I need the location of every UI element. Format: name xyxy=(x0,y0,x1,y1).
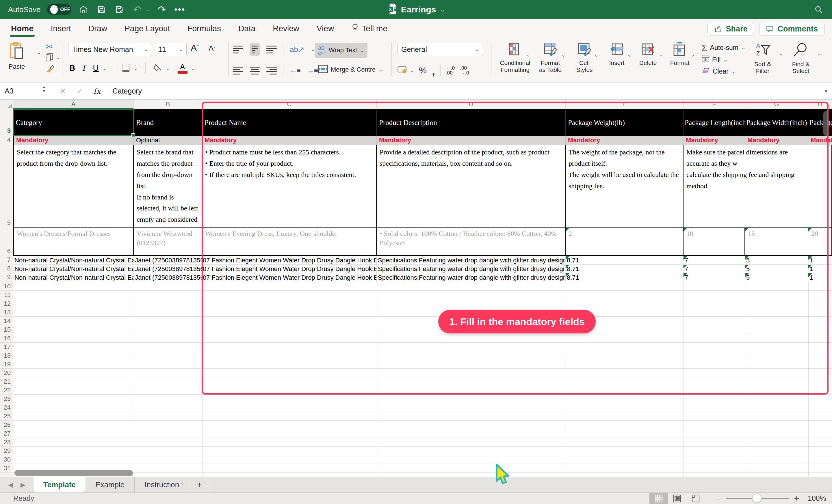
cell-e4[interactable]: Mandatory xyxy=(566,136,683,145)
row-header-22[interactable]: 22 xyxy=(0,386,13,395)
cell-d9[interactable]: Specifications:Featuring water drop dang… xyxy=(377,273,566,282)
comma-icon[interactable]: , xyxy=(432,67,435,74)
cell-f3[interactable]: Package Length(inch) xyxy=(683,109,745,136)
page-break-view-icon[interactable] xyxy=(686,493,705,504)
cell-d3[interactable]: Product Description xyxy=(377,109,566,136)
align-top-icon[interactable] xyxy=(233,46,243,53)
accounting-format-icon[interactable] xyxy=(397,66,407,75)
cell-e6[interactable]: 2 xyxy=(566,228,683,256)
cell-g8[interactable]: 5 xyxy=(745,265,808,273)
autosum-button[interactable]: ΣAuto-sum⌄ xyxy=(702,43,745,53)
cell-a5[interactable]: Select the category that matches the pro… xyxy=(13,145,134,228)
decrease-decimal-icon[interactable]: .00→.0 xyxy=(460,65,469,75)
sheet-tab-template[interactable]: Template xyxy=(33,475,85,493)
cell-b8[interactable]: Janet (72500389781356 xyxy=(134,265,202,273)
cell-e5[interactable]: The weight of the package, not the produ… xyxy=(566,145,683,228)
cell-d8[interactable]: Specifications:Featuring water drop dang… xyxy=(377,265,566,273)
fill-color-icon[interactable] xyxy=(153,63,162,73)
document-title[interactable]: Earrings xyxy=(401,5,436,15)
cell-c7[interactable]: 07 Fashion Elegent Women Water Drop Drus… xyxy=(202,256,377,265)
zoom-in-button[interactable]: + xyxy=(794,494,799,503)
cell-c4[interactable]: Mandatory xyxy=(202,136,377,145)
cut-icon[interactable]: ✂ xyxy=(46,41,53,52)
cell-a9[interactable]: Non-natural Crystal/Non-natural Crystal … xyxy=(13,273,134,282)
decrease-font-icon[interactable]: Av xyxy=(209,44,215,53)
cell-d4[interactable]: Mandatory xyxy=(377,136,566,145)
cell-g3[interactable]: Package Width(inch) xyxy=(745,109,808,136)
row-header-8[interactable]: 8 xyxy=(0,265,13,273)
align-left-icon[interactable] xyxy=(233,67,243,75)
cell-a6[interactable]: Women's Dresses/Formal Dresses xyxy=(13,228,134,256)
column-header-b[interactable]: B xyxy=(134,100,202,109)
cell-g6[interactable]: 15 xyxy=(745,228,808,256)
borders-icon[interactable] xyxy=(122,63,130,73)
bold-button[interactable]: B xyxy=(69,63,75,73)
cell-c8[interactable]: 07 Fashion Elegent Women Water Drop Drus… xyxy=(202,265,377,273)
paste-button[interactable] xyxy=(9,42,24,61)
number-format-select[interactable]: General⌄ xyxy=(397,43,483,56)
cell-f8[interactable]: 7 xyxy=(683,265,745,273)
sort-filter-chevron-icon[interactable]: ⌄ xyxy=(779,51,783,57)
align-right-icon[interactable] xyxy=(266,67,277,75)
cell-f6[interactable]: 10 xyxy=(683,228,745,256)
insert-chevron-icon[interactable]: ⌄ xyxy=(627,52,631,58)
find-select-chevron-icon[interactable]: ⌄ xyxy=(817,51,821,57)
sheet-tab-example[interactable]: Example xyxy=(85,477,135,493)
align-bottom-icon[interactable] xyxy=(266,46,277,53)
cell-e7[interactable]: 8.71 xyxy=(566,256,683,265)
tab-draw[interactable]: Draw xyxy=(88,20,108,37)
empty-cells-area[interactable] xyxy=(13,282,832,477)
cell-e3[interactable]: Package Weight(lb) xyxy=(566,109,683,136)
font-size-select[interactable]: 11⌄ xyxy=(155,43,187,56)
tab-view[interactable]: View xyxy=(316,20,335,37)
underline-chevron-icon[interactable]: ⌄ xyxy=(102,65,106,71)
row-header-12[interactable]: 12 xyxy=(0,299,13,308)
fill-button[interactable]: Fill⌄ xyxy=(702,55,745,64)
clear-button[interactable]: Clear⌄ xyxy=(702,67,745,76)
tab-home[interactable]: Home xyxy=(10,20,34,37)
zoom-out-button[interactable]: – xyxy=(717,494,721,503)
tab-review[interactable]: Review xyxy=(272,20,300,37)
tab-page-layout[interactable]: Page Layout xyxy=(124,20,171,37)
formula-input[interactable]: Category xyxy=(112,87,141,95)
column-header-e[interactable]: E xyxy=(566,100,683,109)
sort-filter-button[interactable]: AZ Sort &Filter xyxy=(747,42,779,75)
underline-button[interactable]: U xyxy=(93,63,99,73)
tab-tell-me[interactable]: Tell me xyxy=(351,19,388,38)
delete-chevron-icon[interactable]: ⌄ xyxy=(659,52,663,58)
align-center-icon[interactable] xyxy=(250,67,260,75)
cell-f4[interactable]: Mandatory xyxy=(683,136,745,145)
select-all-corner[interactable] xyxy=(0,100,13,109)
column-header-h[interactable]: H xyxy=(808,100,832,109)
paste-chevron-icon[interactable]: ⌄ xyxy=(37,50,41,56)
row-header-23[interactable]: 23 xyxy=(0,395,13,403)
borders-chevron-icon[interactable]: ⌄ xyxy=(134,65,138,71)
increase-font-icon[interactable]: A^ xyxy=(191,43,199,53)
row-header-3[interactable]: 3 xyxy=(0,109,13,136)
cell-a4[interactable]: Mandatory xyxy=(13,136,134,145)
row-header-4[interactable]: 4 xyxy=(0,136,13,145)
cell-c6[interactable]: Women's Evening Dress, Luxury, One-shoul… xyxy=(202,228,377,256)
row-gutter[interactable]: 1011121314151617181920212223242526272829… xyxy=(0,282,13,477)
cell-g7[interactable]: 5 xyxy=(745,256,808,265)
cell-d5[interactable]: Provide a detailed description of the pr… xyxy=(377,145,566,228)
horizontal-scrollbar[interactable] xyxy=(15,470,133,476)
row-header-26[interactable]: 26 xyxy=(0,421,13,429)
column-header-a[interactable]: A xyxy=(13,100,134,109)
cell-a8[interactable]: Non-natural Crystal/Non-natural Crystal … xyxy=(13,265,134,273)
row-header-14[interactable]: 14 xyxy=(0,317,13,325)
cell-g9[interactable]: 5 xyxy=(745,273,808,282)
format-cells-button[interactable]: Format xyxy=(665,42,694,66)
tab-insert[interactable]: Insert xyxy=(50,20,72,37)
row-header-27[interactable]: 27 xyxy=(0,429,13,438)
zoom-level[interactable]: 100% xyxy=(803,494,826,503)
row-header-9[interactable]: 9 xyxy=(0,273,13,282)
insert-cells-button[interactable]: Insert xyxy=(602,42,631,66)
row-header-11[interactable]: 11 xyxy=(0,291,13,299)
cell-b6[interactable]: Vivienne Westwood (0123327) xyxy=(134,228,202,256)
merge-centre-button[interactable]: Merge & Centre ⌄ xyxy=(315,65,386,75)
accounting-chevron-icon[interactable]: ⌄ xyxy=(410,67,414,74)
row-header-16[interactable]: 16 xyxy=(0,334,13,343)
copy-chevron-icon[interactable]: ⌄ xyxy=(56,54,60,60)
cell-b4[interactable]: Optional xyxy=(134,136,202,145)
